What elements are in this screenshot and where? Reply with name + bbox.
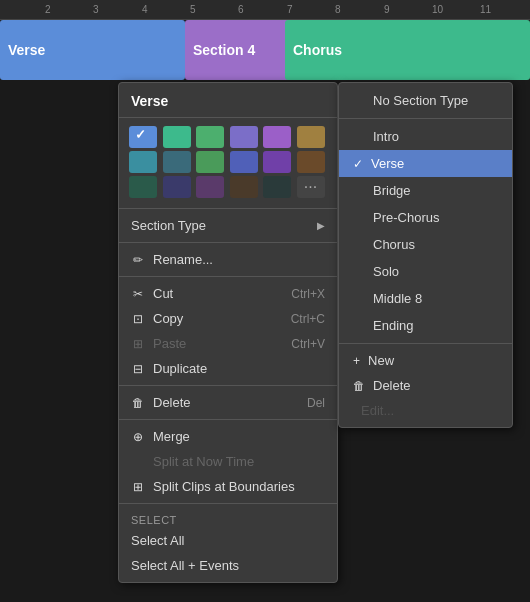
cut-item[interactable]: ✂ Cut Ctrl+X [119, 281, 337, 306]
submenu-intro[interactable]: Intro [339, 123, 512, 150]
color-swatch-more[interactable]: ··· [297, 176, 325, 198]
divider-rename [119, 276, 337, 277]
section-4[interactable]: Section 4 [185, 20, 295, 80]
duplicate-icon: ⊟ [131, 362, 145, 376]
color-swatch-13[interactable] [129, 176, 157, 198]
color-grid: ··· [119, 122, 337, 204]
submenu-edit[interactable]: Edit... [339, 398, 512, 423]
color-swatch-7[interactable] [129, 151, 157, 173]
duplicate-item[interactable]: ⊟ Duplicate [119, 356, 337, 381]
ruler-mark-7: 7 [287, 4, 293, 15]
split-now-item[interactable]: Split at Now Time [119, 449, 337, 474]
color-swatch-8[interactable] [163, 151, 191, 173]
submenu-verse[interactable]: Verse [339, 150, 512, 177]
select-label: SELECT [119, 508, 337, 528]
submenu-delete-icon: 🗑 [353, 379, 365, 393]
ruler-mark-10: 10 [432, 4, 443, 15]
ruler-mark-9: 9 [384, 4, 390, 15]
merge-item[interactable]: ⊕ Merge [119, 424, 337, 449]
submenu-pre-chorus-label: Pre-Chorus [373, 210, 439, 225]
copy-item[interactable]: ⊡ Copy Ctrl+C [119, 306, 337, 331]
divider-section-type [119, 242, 337, 243]
submenu-solo[interactable]: Solo [339, 258, 512, 285]
submenu-divider-2 [339, 343, 512, 344]
submenu-chorus-label: Chorus [373, 237, 415, 252]
submenu-verse-label: Verse [371, 156, 404, 171]
submenu-no-section-label: No Section Type [373, 93, 468, 108]
submenu-ending[interactable]: Ending [339, 312, 512, 339]
section-type-submenu: No Section Type Intro Verse Bridge Pre-C… [338, 82, 513, 428]
color-swatch-16[interactable] [230, 176, 258, 198]
submenu-chorus[interactable]: Chorus [339, 231, 512, 258]
submenu-middle-8-label: Middle 8 [373, 291, 422, 306]
submenu-bridge[interactable]: Bridge [339, 177, 512, 204]
rename-item[interactable]: ✏ Rename... [119, 247, 337, 272]
section-verse[interactable]: Verse [0, 20, 185, 80]
timeline-ruler: 2 3 4 5 6 7 8 9 10 11 [0, 0, 530, 20]
select-all-item[interactable]: Select All [119, 528, 337, 553]
ruler-mark-5: 5 [190, 4, 196, 15]
divider-duplicate [119, 385, 337, 386]
merge-label: Merge [153, 429, 190, 444]
split-now-label: Split at Now Time [153, 454, 254, 469]
cut-icon: ✂ [131, 287, 145, 301]
ruler-mark-8: 8 [335, 4, 341, 15]
copy-icon: ⊡ [131, 312, 145, 326]
color-swatch-10[interactable] [230, 151, 258, 173]
color-swatch-11[interactable] [263, 151, 291, 173]
section-type-item[interactable]: Section Type [119, 213, 337, 238]
select-all-events-item[interactable]: Select All + Events [119, 553, 337, 578]
color-swatch-3[interactable] [196, 126, 224, 148]
color-swatch-5[interactable] [263, 126, 291, 148]
paste-icon: ⊞ [131, 337, 145, 351]
select-all-events-label: Select All + Events [131, 558, 239, 573]
color-swatch-15[interactable] [196, 176, 224, 198]
split-clips-label: Split Clips at Boundaries [153, 479, 295, 494]
submenu-edit-label: Edit... [361, 403, 394, 418]
submenu-new[interactable]: + New [339, 348, 512, 373]
section-chorus[interactable]: Chorus [285, 20, 530, 80]
color-swatch-1[interactable] [129, 126, 157, 148]
submenu-delete[interactable]: 🗑 Delete [339, 373, 512, 398]
ruler-mark-2: 2 [45, 4, 51, 15]
ruler-mark-4: 4 [142, 4, 148, 15]
new-icon: + [353, 354, 360, 368]
submenu-ending-label: Ending [373, 318, 413, 333]
delete-label: Delete [153, 395, 191, 410]
delete-item[interactable]: 🗑 Delete Del [119, 390, 337, 415]
color-swatch-12[interactable] [297, 151, 325, 173]
color-swatch-6[interactable] [297, 126, 325, 148]
delete-shortcut: Del [307, 396, 325, 410]
color-swatch-2[interactable] [163, 126, 191, 148]
section-verse-label: Verse [8, 42, 45, 58]
divider-colors [119, 208, 337, 209]
submenu-new-label: New [368, 353, 394, 368]
color-swatch-9[interactable] [196, 151, 224, 173]
submenu-delete-label: Delete [373, 378, 411, 393]
section-type-label: Section Type [131, 218, 206, 233]
submenu-bridge-label: Bridge [373, 183, 411, 198]
rename-label: Rename... [153, 252, 213, 267]
menu-title: Verse [119, 87, 337, 118]
color-swatch-4[interactable] [230, 126, 258, 148]
split-clips-item[interactable]: ⊞ Split Clips at Boundaries [119, 474, 337, 499]
submenu-no-section[interactable]: No Section Type [339, 87, 512, 114]
cut-label: Cut [153, 286, 173, 301]
rename-icon: ✏ [131, 253, 145, 267]
divider-select [119, 503, 337, 504]
copy-label: Copy [153, 311, 183, 326]
color-swatch-17[interactable] [263, 176, 291, 198]
paste-item[interactable]: ⊞ Paste Ctrl+V [119, 331, 337, 356]
submenu-intro-label: Intro [373, 129, 399, 144]
submenu-solo-label: Solo [373, 264, 399, 279]
submenu-middle-8[interactable]: Middle 8 [339, 285, 512, 312]
ruler-mark-11: 11 [480, 4, 491, 15]
paste-label: Paste [153, 336, 186, 351]
submenu-pre-chorus[interactable]: Pre-Chorus [339, 204, 512, 231]
merge-icon: ⊕ [131, 430, 145, 444]
color-swatch-14[interactable] [163, 176, 191, 198]
section-4-label: Section 4 [193, 42, 255, 58]
submenu-divider-1 [339, 118, 512, 119]
split-clips-icon: ⊞ [131, 480, 145, 494]
duplicate-label: Duplicate [153, 361, 207, 376]
